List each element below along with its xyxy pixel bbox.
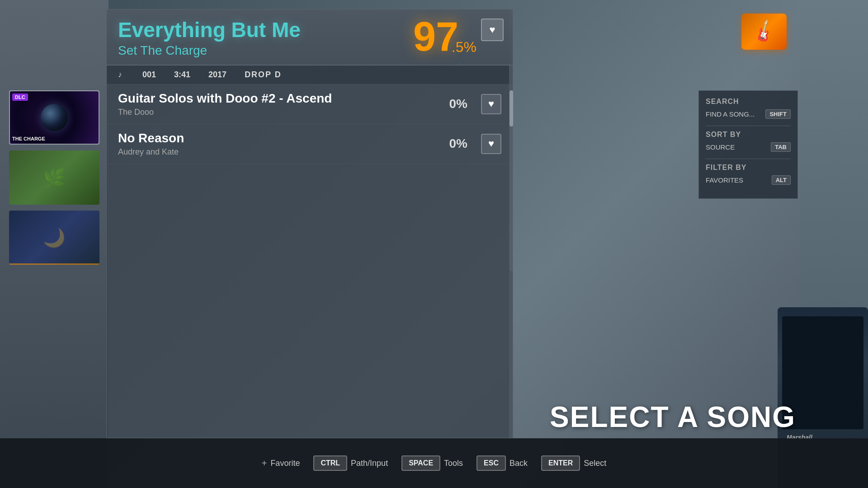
filter-section: FILTER BY FAVORITES ALT <box>706 164 791 185</box>
right-panel: SEARCH FIND A SONG... SHIFT SORT BY SOUR… <box>698 90 798 199</box>
scrollbar[interactable] <box>509 90 513 271</box>
list-song-artist-2: Audrey and Kate <box>118 147 449 157</box>
esc-key: ESC <box>476 455 506 471</box>
list-song-score-2: 0% <box>449 136 467 151</box>
album-item-3[interactable]: 🌙 <box>9 211 99 265</box>
divider-1 <box>706 126 791 126</box>
select-label: Select <box>584 459 606 468</box>
list-item-content-2: No Reason Audrey and Kate <box>118 131 449 157</box>
select-toolbar-group: ENTER Select <box>541 455 606 471</box>
dlc-badge: DLC <box>12 94 28 101</box>
favorites-row[interactable]: FAVORITES ALT <box>706 175 791 185</box>
heart-icon-2: ♥ <box>488 138 494 150</box>
favorites-label: FAVORITES <box>706 176 743 184</box>
album-item-2[interactable]: 🌿 <box>9 150 99 205</box>
bottom-toolbar: + Favorite CTRL Path/Input SPACE Tools E… <box>0 438 868 488</box>
song-tuning: DROP D <box>245 70 282 80</box>
top-icon-area: 🎸 <box>741 14 796 59</box>
note-icon: ♪ <box>118 70 122 80</box>
list-song-artist-1: The Dooo <box>118 108 449 117</box>
plus-icon: + <box>262 458 267 469</box>
shift-key-badge: SHIFT <box>765 109 791 119</box>
heart-icon: ♥ <box>489 24 495 36</box>
back-label: Back <box>509 459 528 468</box>
sort-section: SORT BY SOURCE TAB <box>706 131 791 152</box>
find-placeholder[interactable]: FIND A SONG... <box>706 110 755 118</box>
album-3-accent <box>9 263 99 265</box>
tab-key-badge: TAB <box>771 142 791 152</box>
main-panel: Everything But Me Set The Charge 97 .5% … <box>106 9 513 438</box>
favorite-toolbar-group: + Favorite <box>262 458 300 469</box>
list-song-title-1: Guitar Solos with Dooo #2 - Ascend <box>118 91 449 106</box>
song-number: 001 <box>142 70 156 80</box>
guitar-icon: 🎸 <box>750 19 778 45</box>
list-item[interactable]: No Reason Audrey and Kate 0% ♥ <box>107 124 513 164</box>
enter-key: ENTER <box>541 455 580 471</box>
filter-by-label: FILTER BY <box>706 164 791 172</box>
source-label: SOURCE <box>706 143 735 151</box>
back-toolbar-group: ESC Back <box>476 455 528 471</box>
selected-song-score-decimal: .5% <box>452 39 476 56</box>
list-item[interactable]: Guitar Solos with Dooo #2 - Ascend The D… <box>107 84 513 124</box>
list-item-content: Guitar Solos with Dooo #2 - Ascend The D… <box>118 91 449 117</box>
tools-toolbar-group: SPACE Tools <box>401 455 463 471</box>
ctrl-key: CTRL <box>313 455 347 471</box>
sort-by-label: SORT BY <box>706 131 791 139</box>
list-item-1-favorite-button[interactable]: ♥ <box>481 94 501 114</box>
source-row[interactable]: SOURCE TAB <box>706 142 791 152</box>
select-prompt: SELECT A SONG <box>550 400 796 434</box>
song-year: 2017 <box>208 70 226 80</box>
alt-key-badge: ALT <box>772 175 791 185</box>
selected-song-favorite-button[interactable]: ♥ <box>481 19 504 41</box>
list-song-title-2: No Reason <box>118 131 449 145</box>
album-item-selected[interactable]: DLC THE CHARGE <box>9 90 99 145</box>
tools-label: Tools <box>444 459 463 468</box>
space-key: SPACE <box>401 455 440 471</box>
album-title-overlay: THE CHARGE <box>12 136 96 141</box>
list-song-score-1: 0% <box>449 97 467 111</box>
path-toolbar-group: CTRL Path/Input <box>313 455 388 471</box>
search-section: SEARCH FIND A SONG... SHIFT <box>706 98 791 119</box>
favorite-label: Favorite <box>270 459 300 468</box>
game-icon-box: 🎸 <box>741 14 787 50</box>
heart-icon-1: ♥ <box>488 98 494 110</box>
planet-image <box>41 104 68 131</box>
selected-song-header[interactable]: Everything But Me Set The Charge 97 .5% … <box>107 9 513 66</box>
divider-2 <box>706 159 791 159</box>
scrollbar-thumb[interactable] <box>509 90 513 127</box>
find-row: FIND A SONG... SHIFT <box>706 109 791 119</box>
list-item-2-favorite-button[interactable]: ♥ <box>481 134 501 154</box>
album-sidebar: DLC THE CHARGE 🌿 🌙 <box>0 90 106 265</box>
path-label: Path/Input <box>351 459 388 468</box>
song-duration: 3:41 <box>174 70 190 80</box>
search-label: SEARCH <box>706 98 791 106</box>
song-metadata-row: ♪ 001 3:41 2017 DROP D <box>107 66 513 84</box>
